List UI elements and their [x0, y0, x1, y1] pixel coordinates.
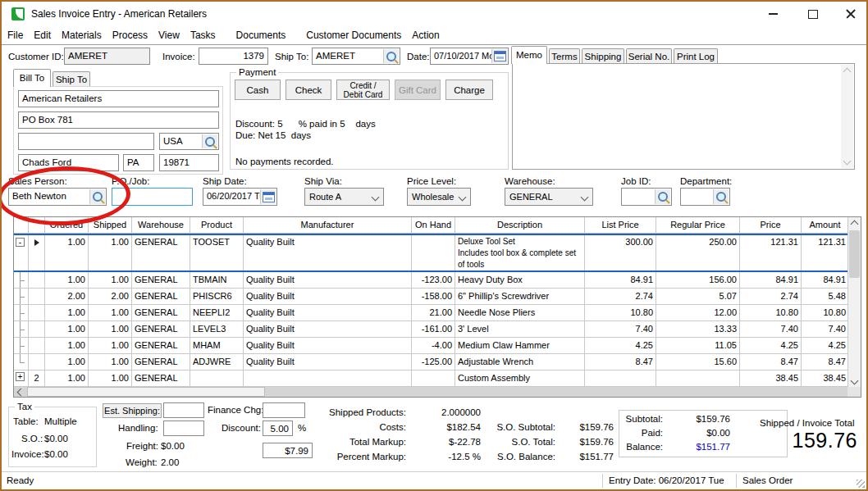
- scroll-left-button[interactable]: [14, 387, 27, 397]
- bill-to-country-field[interactable]: USA: [159, 133, 219, 150]
- cell-price[interactable]: 4.25: [740, 338, 802, 353]
- bill-to-address1-field[interactable]: PO Box 781: [18, 111, 219, 129]
- tab-serial-no[interactable]: Serial No.: [626, 48, 672, 64]
- ship-to-field[interactable]: AMERET: [312, 48, 400, 65]
- invoice-field[interactable]: 1379: [199, 48, 268, 65]
- cell-on-hand[interactable]: -161.00: [412, 321, 455, 337]
- cell-amount[interactable]: 5.48: [802, 289, 849, 304]
- cell-price[interactable]: 7.40: [740, 321, 802, 337]
- cell-shipped[interactable]: 1.00: [89, 321, 132, 337]
- tab-terms[interactable]: Terms: [549, 48, 580, 64]
- close-button[interactable]: [837, 2, 865, 26]
- cell-amount[interactable]: 121.31: [802, 235, 849, 271]
- cell-list-price[interactable]: 2.74: [585, 289, 656, 304]
- cell-on-hand[interactable]: 21.00: [412, 305, 455, 321]
- cell-manufacturer[interactable]: Quality Built: [244, 289, 412, 304]
- tab-shipping[interactable]: Shipping: [582, 48, 624, 64]
- cell-product[interactable]: TOOSET: [190, 235, 244, 271]
- minimize-button[interactable]: [759, 2, 787, 26]
- cell-amount[interactable]: 8.47: [802, 354, 849, 370]
- cell-warehouse[interactable]: GENERAL: [132, 289, 190, 304]
- cell-ordered[interactable]: 1.00: [45, 272, 89, 288]
- tab-print-log[interactable]: Print Log: [674, 48, 718, 64]
- cell-warehouse[interactable]: GENERAL: [132, 272, 190, 288]
- ship-date-calendar-button[interactable]: [260, 189, 276, 204]
- bill-to-name-field[interactable]: American Retailers: [18, 90, 219, 107]
- cell-shipped[interactable]: 1.00: [89, 235, 132, 271]
- department-field[interactable]: [680, 188, 730, 206]
- cash-button[interactable]: Cash: [235, 80, 281, 100]
- cell-description[interactable]: Custom Assembly: [455, 371, 585, 386]
- table-row[interactable]: 2.00 2.00 GENERAL PHISCR6 Quality Built …: [14, 289, 861, 305]
- cell-amount[interactable]: 10.80: [802, 305, 849, 321]
- bill-to-zip-field[interactable]: 19871: [159, 154, 219, 171]
- ship-via-select[interactable]: Route A: [304, 188, 384, 206]
- cell-regular-price[interactable]: 5.07: [656, 289, 740, 304]
- cell-description[interactable]: Heavy Duty Box: [455, 272, 585, 288]
- cell-list-price[interactable]: 84.91: [585, 272, 656, 288]
- cell-regular-price[interactable]: 250.00: [656, 235, 740, 271]
- bill-to-city-field[interactable]: Chads Ford: [18, 154, 119, 171]
- cell-regular-price[interactable]: 12.00: [656, 305, 740, 321]
- table-row[interactable]: 1.00 1.00 GENERAL LEVEL3 Quality Built -…: [14, 321, 861, 338]
- table-row-selected[interactable]: - 1.00 1.00 GENERAL TOOSET Quality Built…: [14, 234, 861, 272]
- cell-description[interactable]: 6" Phillip's Screwdriver: [455, 289, 585, 304]
- cell-manufacturer[interactable]: Quality Built: [244, 321, 412, 337]
- credit-debit-card-button[interactable]: Credit / Debit Card: [336, 80, 390, 100]
- cell-warehouse[interactable]: GENERAL: [132, 338, 190, 353]
- cell-ordered[interactable]: 1.00: [45, 321, 89, 337]
- cell-price[interactable]: 121.31: [740, 235, 802, 271]
- memo-scrollbar[interactable]: [841, 65, 853, 168]
- menu-view[interactable]: View: [158, 30, 180, 41]
- date-calendar-button[interactable]: [491, 49, 507, 63]
- cell-ordered[interactable]: 1.00: [45, 235, 89, 271]
- menu-action[interactable]: Action: [412, 30, 439, 41]
- menu-customer-documents[interactable]: Customer Documents: [306, 30, 401, 41]
- cell-description[interactable]: Medium Claw Hammer: [455, 338, 585, 353]
- cell-regular-price[interactable]: 11.05: [656, 338, 740, 353]
- cell-warehouse[interactable]: GENERAL: [132, 321, 190, 337]
- cell-regular-price[interactable]: 13.33: [656, 321, 740, 337]
- cell-list-price[interactable]: 10.80: [585, 305, 656, 321]
- cell-ordered[interactable]: 1.00: [45, 338, 89, 353]
- cell-ordered[interactable]: 2.00: [45, 289, 89, 304]
- cell-description[interactable]: Adjustable Wrench: [455, 354, 585, 370]
- table-row[interactable]: 1.00 1.00 GENERAL NEEPLI2 Quality Built …: [14, 305, 861, 321]
- cell-on-hand[interactable]: [412, 235, 455, 271]
- cell-amount[interactable]: 7.40: [802, 321, 849, 337]
- cell-price[interactable]: 8.47: [740, 354, 802, 370]
- ship-to-lookup-button[interactable]: [383, 49, 399, 63]
- bill-to-address2-field[interactable]: [18, 133, 154, 150]
- resize-grip[interactable]: [857, 480, 865, 488]
- table-row[interactable]: 1.00 1.00 GENERAL MHAM Quality Built -4.…: [14, 338, 861, 354]
- cell-list-price[interactable]: 4.25: [585, 338, 656, 353]
- cell-on-hand[interactable]: -4.00: [412, 338, 455, 353]
- cell-manufacturer[interactable]: Quality Built: [244, 305, 412, 321]
- cell-ordered[interactable]: 1.00: [45, 371, 89, 386]
- cell-list-price[interactable]: 8.47: [585, 354, 656, 370]
- scroll-up-button[interactable]: [848, 217, 861, 230]
- horizontal-scroll-thumb[interactable]: [27, 387, 265, 397]
- cell-manufacturer[interactable]: [244, 371, 412, 386]
- menu-documents[interactable]: Documents: [236, 30, 286, 41]
- cell-manufacturer[interactable]: Quality Built: [244, 235, 412, 271]
- cell-shipped[interactable]: 1.00: [89, 305, 132, 321]
- vertical-scroll-thumb[interactable]: [849, 230, 860, 278]
- cell-list-price[interactable]: 300.00: [585, 235, 656, 271]
- menu-process[interactable]: Process: [112, 30, 148, 41]
- discount-field[interactable]: 5.00: [263, 421, 293, 436]
- price-level-select[interactable]: Wholesale: [407, 188, 471, 206]
- cell-product[interactable]: [190, 371, 244, 386]
- warehouse-select[interactable]: GENERAL: [505, 188, 593, 206]
- cell-description[interactable]: 3' Level: [455, 321, 585, 337]
- job-id-field[interactable]: [621, 188, 672, 206]
- cell-on-hand[interactable]: -123.00: [412, 272, 455, 288]
- check-button[interactable]: Check: [286, 80, 331, 100]
- cell-regular-price[interactable]: 15.60: [656, 354, 740, 370]
- menu-materials[interactable]: Materials: [62, 30, 102, 41]
- cell-product[interactable]: ADJWRE: [190, 354, 244, 370]
- cell-warehouse[interactable]: GENERAL: [132, 235, 190, 271]
- sales-person-lookup-button[interactable]: [89, 189, 105, 204]
- maximize-button[interactable]: [799, 2, 827, 26]
- cell-shipped[interactable]: 1.00: [89, 338, 132, 353]
